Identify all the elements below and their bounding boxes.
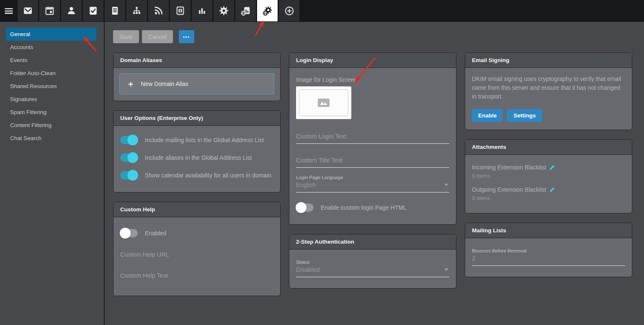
attachments-panel: Attachments Incoming Extension Blacklist…: [465, 139, 632, 213]
toggle-label: Show calendar availability for all users…: [145, 172, 271, 179]
outgoing-blacklist-label: Outgoing Extension Blacklist: [472, 186, 546, 193]
mail-icon[interactable]: [18, 0, 38, 21]
action-bar: Save Cancel •••: [113, 30, 644, 43]
toggle-knob: [127, 135, 138, 146]
login-display-panel: Login Display Image for Login Screen: [289, 52, 456, 225]
edit-pencil-icon[interactable]: [549, 187, 555, 192]
column-middle: Login Display Image for Login Screen: [289, 52, 456, 298]
chevron-down-icon: [444, 268, 448, 271]
new-domain-alias-label: New Domain Alias: [141, 81, 188, 87]
sidebar-item-folder-auto-clean[interactable]: Folder Auto-Clean: [6, 67, 96, 80]
domain-settings-icon[interactable]: [257, 0, 278, 21]
column-right: Email Signing DKIM email signing uses cr…: [465, 52, 632, 286]
enable-button[interactable]: Enable: [472, 109, 503, 122]
sidebar-item-shared-resources[interactable]: Shared Resources: [6, 80, 96, 93]
user-options-panel: User Options (Enterprise Only) Include m…: [113, 110, 281, 192]
domain-reports-icon[interactable]: [235, 0, 256, 21]
incoming-blacklist-count: 0 items: [472, 173, 625, 179]
menu-icon[interactable]: [0, 0, 18, 21]
custom-help-url-field[interactable]: Custom Help URL: [120, 251, 273, 258]
custom-help-panel: Custom Help Enabled Custom Help URL Cust…: [113, 202, 281, 296]
custom-help-text-field[interactable]: Custom Help Text: [120, 272, 273, 279]
reports-icon[interactable]: [192, 0, 212, 21]
cancel-button[interactable]: Cancel: [142, 30, 173, 43]
new-domain-alias-button[interactable]: + New Domain Alias: [119, 73, 274, 94]
incoming-blacklist-row: Incoming Extension Blacklist: [472, 164, 625, 171]
sidebar-item-events[interactable]: Events: [6, 54, 96, 67]
toggle-label: Include aliases in the Global Address Li…: [145, 154, 252, 161]
panel-title: Domain Aliases: [113, 53, 280, 68]
save-button[interactable]: Save: [113, 30, 139, 43]
toggle-label: Enable custom login Page HTML: [321, 204, 407, 211]
outgoing-blacklist-count: 0 items: [472, 195, 625, 201]
toggle-label: Enabled: [145, 230, 166, 237]
mailing-lists-gal-toggle[interactable]: [120, 136, 138, 144]
calendar-availability-toggle[interactable]: [120, 171, 138, 179]
panel-title: Attachments: [465, 140, 632, 155]
column-left: Domain Aliases + New Domain Alias User O…: [113, 52, 281, 305]
login-image-label: Image for Login Screen: [296, 76, 449, 83]
mailing-lists-panel: Mailing Lists Bounces Before Removal 2: [465, 223, 632, 277]
sidebar-item-accounts[interactable]: Accounts: [6, 41, 96, 54]
custom-title-text-input[interactable]: Custom Title Text: [296, 156, 449, 168]
login-page-language-value: English: [296, 182, 449, 188]
panel-title: 2-Step Authentication: [289, 234, 456, 250]
settings-button[interactable]: Settings: [507, 109, 542, 122]
email-signing-panel: Email Signing DKIM email signing uses cr…: [465, 52, 632, 130]
sidebar-item-content-filtering[interactable]: Content Filtering: [6, 119, 96, 132]
toggle-row: Show calendar availability for all users…: [120, 171, 273, 179]
toggle-row: Include aliases in the Global Address Li…: [120, 153, 273, 162]
panel-title: User Options (Enterprise Only): [113, 111, 280, 126]
edit-pencil-icon[interactable]: [549, 165, 555, 170]
toggle-row: Enabled: [120, 229, 273, 237]
panel-title: Email Signing: [465, 53, 632, 68]
news-feeds-icon[interactable]: [148, 0, 169, 21]
image-icon: [318, 99, 330, 107]
panel-title: Custom Help: [113, 202, 280, 217]
settings-sidebar: General Accounts Events Folder Auto-Clea…: [0, 22, 104, 325]
login-page-language-label: Login Page Language: [296, 175, 449, 180]
panel-title: Mailing Lists: [465, 223, 632, 238]
bounces-before-removal-input[interactable]: 2: [472, 255, 625, 266]
toggle-knob: [127, 152, 138, 163]
chevron-down-icon: [444, 184, 448, 186]
contacts-icon[interactable]: [61, 0, 82, 21]
sidebar-item-signatures[interactable]: Signatures: [6, 93, 96, 106]
sidebar-item-chat-search[interactable]: Chat Search: [6, 132, 96, 145]
bounces-before-removal-value: 2: [472, 255, 625, 262]
panel-title: Login Display: [289, 53, 456, 68]
two-step-status-select[interactable]: Disabled: [296, 266, 449, 277]
custom-login-text-placeholder: Custom Login Text: [296, 133, 346, 140]
custom-login-html-toggle[interactable]: [296, 203, 314, 212]
connections-icon[interactable]: [126, 0, 147, 21]
custom-title-text-placeholder: Custom Title Text: [296, 157, 343, 164]
top-toolbar: [0, 0, 644, 22]
file-storage-icon[interactable]: [170, 0, 191, 21]
toggle-label: Include mailing lists in the Global Addr…: [145, 137, 264, 143]
incoming-blacklist-label: Incoming Extension Blacklist: [472, 164, 546, 171]
new-item-icon[interactable]: [279, 0, 299, 21]
custom-login-text-input[interactable]: Custom Login Text: [296, 133, 449, 144]
login-image-frame: [299, 89, 348, 116]
login-page-language-select[interactable]: English: [296, 182, 449, 192]
more-actions-button[interactable]: •••: [179, 30, 194, 43]
outgoing-blacklist-row: Outgoing Extension Blacklist: [472, 186, 625, 193]
sidebar-item-general[interactable]: General: [6, 28, 96, 41]
status-label: Status: [296, 260, 449, 265]
plus-icon: +: [128, 80, 133, 88]
two-step-status-value: Disabled: [296, 266, 449, 273]
aliases-gal-toggle[interactable]: [120, 153, 138, 162]
calendar-icon[interactable]: [39, 0, 60, 21]
sidebar-item-spam-filtering[interactable]: Spam Filtering: [6, 106, 96, 119]
toggle-row: Enable custom login Page HTML: [296, 203, 449, 212]
dkim-description: DKIM email signing uses cryptography to …: [472, 75, 625, 101]
domain-aliases-panel: Domain Aliases + New Domain Alias: [113, 52, 281, 101]
toggle-knob: [127, 170, 138, 181]
tasks-icon[interactable]: [83, 0, 103, 21]
custom-help-enabled-toggle[interactable]: [120, 229, 138, 237]
notes-icon[interactable]: [105, 0, 125, 21]
toggle-row: Include mailing lists in the Global Addr…: [120, 136, 273, 144]
login-image-placeholder[interactable]: [296, 86, 351, 119]
settings-icon[interactable]: [214, 0, 234, 21]
two-step-auth-panel: 2-Step Authentication Status Disabled: [289, 234, 456, 289]
